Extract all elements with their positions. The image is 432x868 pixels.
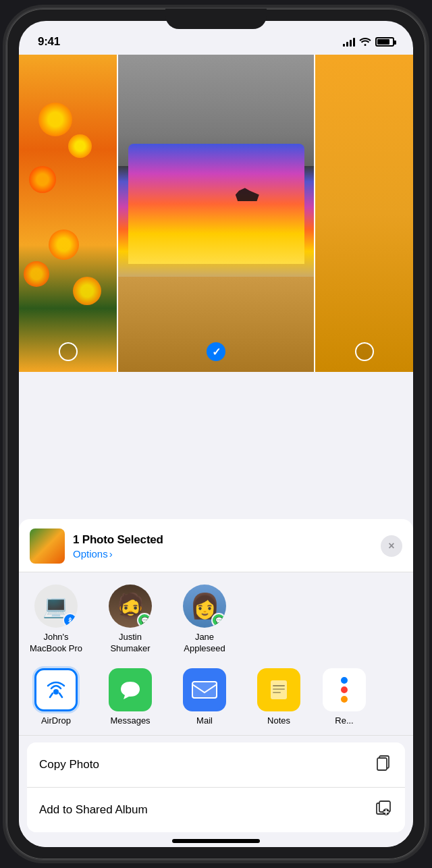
share-options[interactable]: Options › bbox=[73, 548, 373, 560]
contact-avatar-justin: 🧔 💬 bbox=[109, 585, 152, 628]
photo-yellow-item[interactable] bbox=[315, 55, 413, 372]
signal-bars bbox=[343, 37, 355, 47]
photo-flowers-item[interactable] bbox=[19, 55, 117, 372]
flower-6 bbox=[73, 277, 101, 305]
airdrop-badge-icon bbox=[67, 616, 74, 624]
mail-app-icon[interactable] bbox=[183, 668, 226, 711]
app-notes[interactable]: Notes bbox=[242, 668, 316, 726]
photo-graffiti-select[interactable]: ✓ bbox=[207, 342, 225, 361]
message-badge-icon: 💬 bbox=[141, 617, 148, 624]
jane-message-badge-icon: 💬 bbox=[215, 617, 223, 624]
phone-frame: 9:41 bbox=[7, 9, 425, 859]
header-text: 1 Photo Selected Options › bbox=[73, 533, 373, 560]
mail-svg bbox=[191, 679, 218, 701]
messages-app-icon[interactable] bbox=[109, 668, 152, 711]
reminders-dots-container bbox=[337, 673, 352, 707]
home-indicator bbox=[172, 839, 260, 843]
app-mail[interactable]: Mail bbox=[167, 668, 242, 726]
notes-app-icon[interactable] bbox=[257, 668, 300, 711]
contact-avatar-macbook: 💻 bbox=[34, 585, 78, 628]
photo-yellow-bg bbox=[315, 55, 413, 372]
contact-johns-macbook[interactable]: 💻 bbox=[19, 585, 93, 655]
share-sheet: 1 Photo Selected Options › × 💻 bbox=[19, 519, 413, 847]
checkmark-icon: ✓ bbox=[212, 346, 221, 358]
photo-thumb bbox=[30, 528, 65, 564]
rem-dot-red bbox=[341, 686, 348, 693]
contact-name-macbook: John'sMacBook Pro bbox=[30, 632, 82, 655]
signal-bar-2 bbox=[346, 42, 348, 47]
airdrop-label: AirDrop bbox=[41, 715, 71, 726]
contact-name-jane: JaneAppleseed bbox=[184, 632, 225, 655]
flower-4 bbox=[68, 134, 92, 158]
notch bbox=[165, 9, 267, 29]
notes-label: Notes bbox=[267, 715, 290, 726]
photo-flowers-select[interactable] bbox=[59, 342, 78, 361]
signal-bar-3 bbox=[350, 40, 352, 47]
contact-jane[interactable]: 👩 💬 JaneAppleseed bbox=[167, 585, 242, 655]
contacts-row: 💻 bbox=[19, 572, 413, 661]
apps-row: AirDrop Messages bbox=[19, 661, 413, 736]
svg-point-3 bbox=[53, 689, 59, 695]
share-title: 1 Photo Selected bbox=[73, 533, 373, 547]
notes-svg bbox=[267, 678, 291, 702]
battery-fill bbox=[377, 39, 389, 45]
copy-photo-icon bbox=[374, 753, 393, 776]
contact-avatar-jane: 👩 💬 bbox=[183, 585, 226, 628]
action-shared-album[interactable]: Add to Shared Album bbox=[27, 788, 405, 832]
flower-2 bbox=[29, 166, 56, 193]
phone-screen: 9:41 bbox=[19, 21, 413, 847]
battery-icon bbox=[375, 37, 394, 47]
app-reminders[interactable]: Re... bbox=[316, 668, 373, 726]
contact-justin[interactable]: 🧔 💬 JustinShumaker bbox=[93, 585, 167, 655]
flower-1 bbox=[38, 103, 72, 136]
photo-strip: ✓ bbox=[19, 55, 413, 372]
shared-album-icon bbox=[374, 798, 393, 821]
shared-album-svg bbox=[374, 798, 393, 817]
thumb-img bbox=[30, 528, 65, 564]
options-chevron: › bbox=[109, 548, 113, 560]
shared-album-label: Add to Shared Album bbox=[39, 803, 148, 817]
rem-dot-blue bbox=[341, 677, 348, 684]
reminders-label: Re... bbox=[335, 715, 353, 726]
close-button[interactable]: × bbox=[381, 535, 402, 557]
copy-icon-svg bbox=[374, 753, 393, 772]
airdrop-app-icon[interactable] bbox=[34, 668, 78, 711]
contact-name-justin: JustinShumaker bbox=[110, 632, 150, 655]
graffiti-rainbow bbox=[128, 144, 304, 265]
airdrop-badge-macbook bbox=[63, 613, 78, 628]
reminders-app-icon[interactable] bbox=[323, 668, 366, 711]
flower-5 bbox=[24, 261, 49, 287]
app-airdrop[interactable]: AirDrop bbox=[19, 668, 93, 726]
action-list: Copy Photo Add to Shared Album bbox=[27, 742, 405, 832]
svg-line-5 bbox=[59, 693, 62, 697]
status-time: 9:41 bbox=[38, 35, 60, 49]
options-label[interactable]: Options bbox=[73, 548, 108, 560]
status-icons bbox=[343, 36, 394, 48]
messages-label: Messages bbox=[110, 715, 150, 726]
photo-yellow-select[interactable] bbox=[355, 342, 374, 361]
photo-graffiti-item[interactable]: ✓ bbox=[117, 55, 315, 372]
photo-flowers-bg bbox=[19, 55, 117, 372]
messages-svg bbox=[118, 678, 142, 702]
wifi-icon bbox=[359, 36, 371, 48]
svg-line-4 bbox=[50, 693, 53, 697]
action-copy-photo[interactable]: Copy Photo bbox=[27, 742, 405, 788]
photo-graffiti-bg bbox=[118, 55, 314, 372]
app-messages[interactable]: Messages bbox=[93, 668, 167, 726]
mail-label: Mail bbox=[196, 715, 213, 726]
flower-3 bbox=[49, 229, 79, 260]
signal-bar-4 bbox=[353, 38, 355, 47]
copy-photo-label: Copy Photo bbox=[39, 758, 99, 771]
close-icon[interactable]: × bbox=[388, 540, 394, 552]
svg-rect-6 bbox=[192, 682, 217, 698]
rem-dot-orange bbox=[341, 696, 348, 703]
svg-rect-13 bbox=[377, 758, 387, 770]
share-header: 1 Photo Selected Options › × bbox=[19, 519, 413, 572]
signal-bar-1 bbox=[343, 44, 345, 47]
svg-point-0 bbox=[70, 620, 71, 621]
airdrop-wave-svg bbox=[43, 677, 69, 703]
